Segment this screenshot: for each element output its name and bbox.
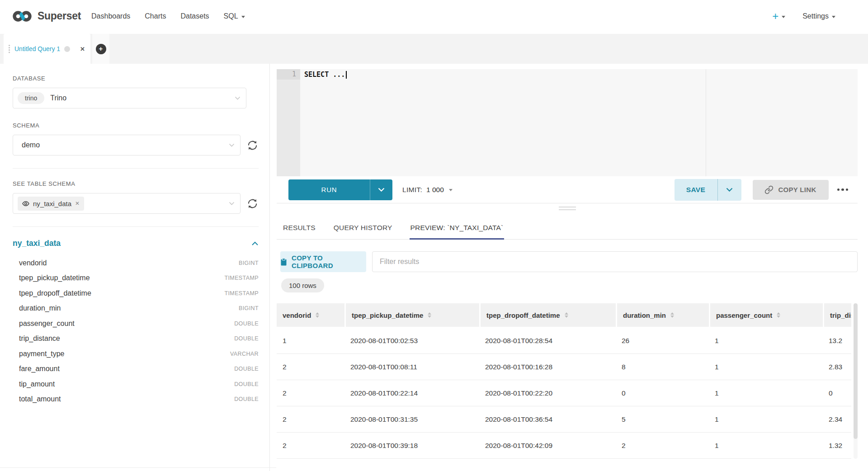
limit-dropdown[interactable]: LIMIT: 1 000 [402,186,453,194]
tab-results[interactable]: RESULTS [282,224,316,240]
table-row: 2 2020-08-01T00:08:11 2020-08-01T00:16:2… [277,354,851,380]
column-name: fare_amount [13,365,60,373]
cell: 2 [277,406,344,432]
cell: 2 [616,433,709,458]
caret-down-icon [782,16,785,18]
eye-icon [22,201,29,207]
scrollbar-thumb[interactable] [854,303,858,439]
column-row: tpep_dropoff_datetime TIMESTAMP [13,286,259,301]
table-row: 2 2020-08-01T00:39:18 2020-08-01T00:42:0… [277,433,851,459]
collapse-table-chevron-up-icon[interactable] [251,241,259,246]
nav-item-datasets[interactable]: Datasets [180,12,209,20]
column-name: trip_distance [13,334,60,343]
text-cursor [346,71,347,79]
column-type: BIGINT [239,260,259,266]
column-type: DOUBLE [234,396,259,402]
query-tabbar: Untitled Query 1 ✕ + [0,34,868,64]
results-actions: COPY TO CLIPBOARD [277,251,858,272]
editor-gutter: 1 [277,69,300,176]
copy-to-clipboard-button[interactable]: COPY TO CLIPBOARD [280,251,366,272]
cell: 1 [277,328,344,353]
navbar-right: + Settings [772,12,835,21]
column-header-trip-distance[interactable]: trip_distance [823,303,851,327]
main-nav: Dashboards Charts Datasets SQL [91,12,245,20]
cell: 2020-08-01T00:22:14 [344,380,479,406]
sort-icon [777,312,780,318]
schema-value: demo [22,141,40,149]
clipboard-icon [280,258,287,266]
filter-results-input[interactable] [372,251,858,272]
column-type: VARCHAR [230,351,259,357]
new-item-button[interactable]: + [772,12,785,21]
run-options-caret[interactable] [370,179,392,200]
results-table: vendorid tpep_pickup_datetime tpep_dropo… [277,303,858,459]
editor-code-area: SELECT ... [300,69,858,176]
database-backend-pill: trino [18,92,44,104]
column-type: DOUBLE [234,335,259,342]
copy-link-button[interactable]: COPY LINK [753,180,829,200]
table-row: 2 2020-08-01T00:22:14 2020-08-01T00:22:2… [277,380,851,406]
table-columns-list: vendorid BIGINT tpep_pickup_datetime TIM… [13,255,259,407]
nav-item-sql[interactable]: SQL [224,12,245,20]
column-header-label: vendorid [283,311,311,319]
remove-table-icon[interactable]: ✕ [75,200,80,207]
schema-select[interactable]: demo [13,135,241,155]
close-tab-icon[interactable]: ✕ [80,46,85,52]
column-row: tip_amount DOUBLE [13,377,259,392]
refresh-schema-button[interactable] [246,139,259,151]
column-header-dropoff[interactable]: tpep_dropoff_datetime [479,303,616,327]
settings-menu[interactable]: Settings [802,12,835,20]
column-header-vendorid[interactable]: vendorid [277,303,344,327]
cell: 2 [277,354,344,380]
database-select[interactable]: trino Trino [13,88,246,108]
see-table-schema-label: SEE TABLE SCHEMA [13,180,259,187]
table-schema-select[interactable]: ny_taxi_data ✕ [13,193,241,214]
query-tab[interactable]: Untitled Query 1 ✕ [4,34,90,64]
column-type: TIMESTAMP [224,290,259,297]
splitter-drag-handle[interactable] [559,207,576,212]
save-button[interactable]: SAVE [675,179,741,201]
cell: 2020-08-01T00:42:09 [479,433,616,458]
table-pill-label: ny_taxi_data [33,200,71,207]
column-header-duration[interactable]: duration_min [616,303,709,327]
nav-item-charts[interactable]: Charts [145,12,166,20]
tab-query-history[interactable]: QUERY HISTORY [333,224,393,240]
column-header-pickup[interactable]: tpep_pickup_datetime [344,303,479,327]
database-value: Trino [50,94,66,102]
editor-toolbar: RUN LIMIT: 1 000 SAVE [277,176,858,203]
print-margin-line [706,69,706,176]
nav-item-dashboards[interactable]: Dashboards [91,12,130,20]
cell: 2020-08-01T00:31:35 [344,406,479,432]
limit-value: 1 000 [426,186,444,194]
cell: 5 [616,406,709,432]
cell: 2020-08-01T00:36:54 [479,406,616,432]
column-header-label: tpep_dropoff_datetime [486,311,560,319]
run-button[interactable]: RUN [288,179,392,200]
save-button-label: SAVE [675,179,717,201]
cell: 2020-08-01T00:22:20 [479,380,616,406]
more-options-button[interactable] [836,186,849,194]
refresh-table-button[interactable] [246,197,259,210]
sort-icon [316,312,319,318]
column-type: DOUBLE [234,381,259,387]
column-header-label: trip_distance [830,311,851,319]
column-header-passenger-count[interactable]: passenger_count [709,303,823,327]
chevron-down-icon [229,143,235,147]
tab-preview-ny-taxi-data[interactable]: PREVIEW: `NY_TAXI_DATA` [410,224,505,240]
table-pill: ny_taxi_data ✕ [18,197,84,211]
table-row: 1 2020-08-01T00:02:53 2020-08-01T00:28:5… [277,328,851,354]
column-row: vendorid BIGINT [13,255,259,271]
results-scrollbar[interactable] [854,303,858,459]
save-options-caret[interactable] [717,179,741,201]
brand[interactable]: Superset [12,9,81,23]
add-tab-button[interactable]: + [92,34,109,64]
cell: 0 [616,380,709,406]
database-label: DATABASE [13,75,259,82]
copy-link-label: COPY LINK [778,186,816,193]
column-row: total_amount DOUBLE [13,392,259,407]
column-type: BIGINT [239,305,259,311]
sql-editor[interactable]: 1 SELECT ... [277,69,858,176]
sort-icon [428,312,431,318]
results-table-header: vendorid tpep_pickup_datetime tpep_dropo… [277,303,851,327]
column-row: payment_type VARCHAR [13,346,259,362]
